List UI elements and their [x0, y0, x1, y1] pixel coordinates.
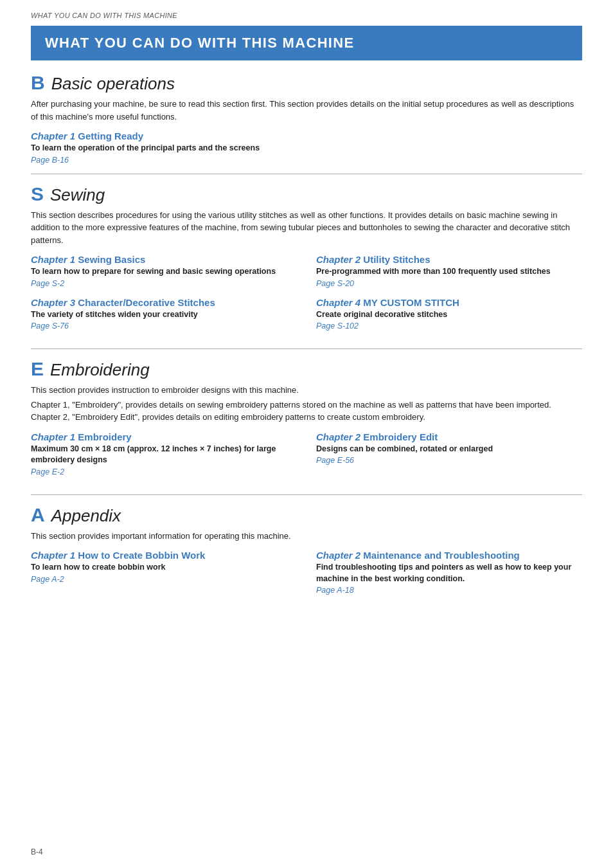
section-e-letter: E: [31, 358, 44, 380]
section-a-header: A Appendix: [31, 504, 582, 526]
section-s: S Sewing This section describes procedur…: [31, 183, 582, 340]
section-s-header: S Sewing: [31, 183, 582, 205]
section-b: B Basic operations After purchasing your…: [31, 72, 582, 165]
chapter-b1-page: Page B-16: [31, 156, 582, 165]
chapter-s4-desc: Create original decorative stitches: [316, 309, 582, 321]
chapter-e2-heading: Chapter 2 Embroidery Edit: [316, 431, 582, 442]
chapter-e2-page: Page E-56: [316, 456, 582, 465]
section-a-letter: A: [31, 504, 45, 526]
chapter-a2-heading: Chapter 2 Maintenance and Troubleshootin…: [316, 550, 582, 561]
section-s-title: Sewing: [50, 185, 105, 205]
page-footer: B-4: [31, 847, 43, 856]
chapter-s1-desc: To learn how to prepare for sewing and b…: [31, 266, 297, 278]
divider-ea: [31, 494, 582, 495]
chapter-s1: Chapter 1 Sewing Basics To learn how to …: [31, 254, 297, 288]
chapter-s1-heading: Chapter 1 Sewing Basics: [31, 254, 297, 265]
chapter-b1: Chapter 1 Getting Ready To learn the ope…: [31, 131, 582, 165]
section-b-intro: After purchasing your machine, be sure t…: [31, 98, 582, 123]
section-a: A Appendix This section provides importa…: [31, 504, 582, 604]
chapter-s3-desc: The variety of stitches widen your creat…: [31, 309, 297, 321]
chapter-b1-desc: To learn the operation of the principal …: [31, 143, 582, 154]
chapter-a1-page: Page A-2: [31, 575, 297, 584]
chapter-e1: Chapter 1 Embroidery Maximum 30 cm × 18 …: [31, 431, 297, 476]
chapter-s2: Chapter 2 Utility Stitches Pre-programme…: [316, 254, 582, 288]
breadcrumb: WHAT YOU CAN DO WITH THIS MACHINE: [31, 12, 582, 19]
chapter-e1-page: Page E-2: [31, 467, 297, 476]
chapter-e2-desc: Designs can be combined, rotated or enla…: [316, 444, 582, 455]
chapter-a1-desc: To learn how to create bobbin work: [31, 562, 297, 574]
section-e-intro-2: Chapter 1, "Embroidery", provides detail…: [31, 399, 582, 424]
chapter-s3-heading: Chapter 3 Character/Decorative Stitches: [31, 297, 297, 308]
chapter-s2-desc: Pre-programmed with more than 100 freque…: [316, 266, 582, 278]
chapter-s3-page: Page S-76: [31, 321, 297, 330]
chapter-s2-page: Page S-20: [316, 279, 582, 288]
section-a-intro: This section provides important informat…: [31, 530, 582, 543]
chapter-a2-page: Page A-18: [316, 586, 582, 595]
chapter-e1-heading: Chapter 1 Embroidery: [31, 431, 297, 442]
section-a-title: Appendix: [51, 506, 121, 526]
section-s-letter: S: [31, 183, 44, 205]
section-e-header: E Embroidering: [31, 358, 582, 380]
chapter-s4: Chapter 4 MY CUSTOM STITCH Create origin…: [316, 297, 582, 331]
section-s-intro: This section describes procedures for us…: [31, 209, 582, 247]
divider-se: [31, 348, 582, 349]
chapter-e1-desc: Maximum 30 cm × 18 cm (approx. 12 inches…: [31, 444, 297, 466]
section-e-title: Embroidering: [50, 360, 150, 380]
main-title: WHAT YOU CAN DO WITH THIS MACHINE: [31, 26, 582, 60]
chapter-s1-page: Page S-2: [31, 279, 297, 288]
chapter-a1-heading: Chapter 1 How to Create Bobbin Work: [31, 550, 297, 561]
section-b-header: B Basic operations: [31, 72, 582, 94]
chapter-s4-page: Page S-102: [316, 321, 582, 330]
chapter-a1: Chapter 1 How to Create Bobbin Work To l…: [31, 550, 297, 595]
divider-bs: [31, 174, 582, 174]
chapter-a2-desc: Find troubleshooting tips and pointers a…: [316, 562, 582, 584]
section-a-grid: Chapter 1 How to Create Bobbin Work To l…: [31, 550, 582, 604]
chapter-s3: Chapter 3 Character/Decorative Stitches …: [31, 297, 297, 331]
section-e-grid: Chapter 1 Embroidery Maximum 30 cm × 18 …: [31, 431, 582, 485]
chapter-e2: Chapter 2 Embroidery Edit Designs can be…: [316, 431, 582, 476]
page-wrapper: WHAT YOU CAN DO WITH THIS MACHINE WHAT Y…: [0, 0, 613, 868]
section-e: E Embroidering This section provides ins…: [31, 358, 582, 485]
chapter-s2-heading: Chapter 2 Utility Stitches: [316, 254, 582, 265]
section-e-intro-1: This section provides instruction to emb…: [31, 384, 582, 397]
chapter-s4-heading: Chapter 4 MY CUSTOM STITCH: [316, 297, 582, 308]
section-b-letter: B: [31, 72, 45, 94]
chapter-b1-heading: Chapter 1 Getting Ready: [31, 131, 582, 141]
chapter-a2: Chapter 2 Maintenance and Troubleshootin…: [316, 550, 582, 595]
section-b-title: Basic operations: [51, 74, 175, 94]
section-s-grid: Chapter 1 Sewing Basics To learn how to …: [31, 254, 582, 339]
